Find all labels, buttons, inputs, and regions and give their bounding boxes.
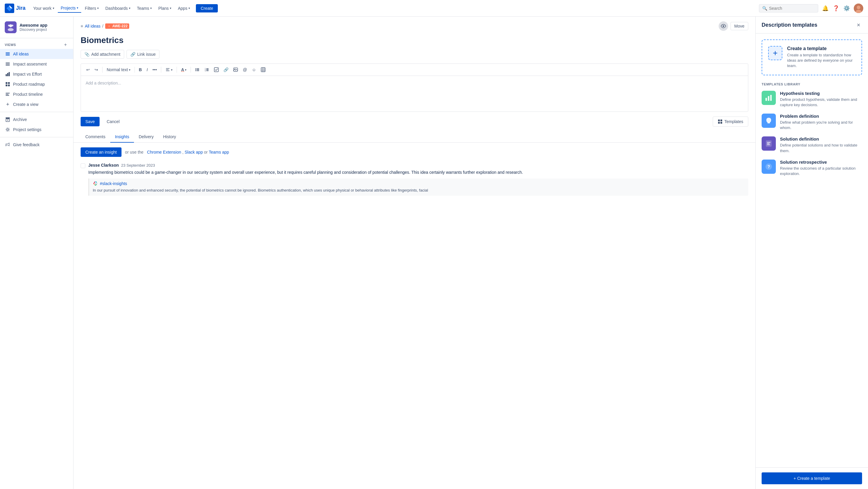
svg-rect-55 [718, 119, 720, 121]
sidebar-item-project-settings[interactable]: Project settings [0, 124, 73, 135]
nav-your-work[interactable]: Your work ▾ [30, 4, 57, 12]
save-button[interactable]: Save [81, 117, 100, 126]
eye-button[interactable] [719, 21, 728, 31]
add-attachment-button[interactable]: 📎 Add attachment [81, 50, 124, 59]
close-button[interactable]: × [855, 21, 862, 28]
image-button[interactable] [231, 66, 240, 73]
svg-point-8 [11, 25, 13, 26]
notifications-icon[interactable]: 🔔 [822, 5, 829, 12]
logo-text: Jira [16, 5, 26, 11]
sidebar-item-give-feedback[interactable]: Give feedback [0, 140, 73, 150]
chrome-extension-link[interactable]: Chrome Extension [147, 150, 181, 154]
font-color-button[interactable]: A ▾ [179, 66, 188, 73]
toolbar-separator [177, 67, 177, 73]
grid-icon [5, 81, 11, 87]
svg-rect-47 [214, 67, 218, 72]
template-solution-retrospective[interactable]: ? Solution retrospective Review the outc… [762, 160, 862, 176]
nav-plans[interactable]: Plans ▾ [155, 4, 174, 12]
tab-history[interactable]: History [159, 132, 181, 143]
sidebar-item-label: Give feedback [13, 142, 40, 147]
main-content: ≡ All ideas / ! AWE-222 Move [73, 17, 755, 489]
sidebar-item-all-ideas[interactable]: All ideas [0, 49, 73, 59]
chart-icon [5, 71, 11, 77]
align-button[interactable]: ▾ [163, 66, 174, 73]
description-body[interactable]: Add a description... [81, 76, 748, 112]
svg-rect-44 [206, 69, 209, 70]
slack-channel-link[interactable]: #slack-insights [100, 181, 127, 186]
logo[interactable]: Jira [5, 4, 26, 13]
nav-dashboards[interactable]: Dashboards ▾ [102, 4, 133, 12]
bold-button[interactable]: B [137, 66, 144, 73]
svg-rect-20 [6, 85, 7, 86]
emoji-button[interactable]: ☺ [250, 66, 258, 73]
breadcrumb-actions: Move [719, 21, 748, 31]
sidebar-item-archive[interactable]: Archive [0, 114, 73, 124]
move-button[interactable]: Move [731, 22, 748, 30]
settings-icon [5, 126, 11, 133]
nav-apps[interactable]: Apps ▾ [175, 4, 193, 12]
avatar[interactable] [854, 4, 863, 13]
table-button[interactable] [259, 66, 267, 73]
numbered-list-button[interactable]: 1. 2. 3. [203, 66, 211, 73]
nav-filters[interactable]: Filters ▾ [82, 4, 102, 12]
search-input[interactable] [769, 6, 815, 11]
create-insight-button[interactable]: Create an insight [81, 147, 122, 157]
timeline-icon [5, 91, 11, 97]
template-description: Review the outcomes of a particular solu… [780, 166, 862, 176]
help-icon[interactable]: ❓ [832, 5, 840, 12]
undo-button[interactable]: ↩ [85, 66, 92, 73]
nav-teams[interactable]: Teams ▾ [134, 4, 155, 12]
template-problem-definition[interactable]: Problem definition Define what problem y… [762, 114, 862, 131]
archive-icon [5, 117, 11, 122]
sidebar-item-create-view[interactable]: + Create a view [0, 99, 73, 109]
list-icon [5, 51, 11, 57]
nav-projects[interactable]: Projects ▾ [58, 4, 82, 13]
sidebar-item-impact-vs-effort[interactable]: Impact vs Effort [0, 69, 73, 79]
mention-button[interactable]: @ [241, 66, 249, 73]
template-hypothesis-testing[interactable]: Hypothesis testing Define product hypoth… [762, 91, 862, 108]
comment-checkbox[interactable] [81, 164, 85, 168]
text-style-dropdown[interactable]: Normal text ▾ [105, 66, 132, 73]
tab-comments[interactable]: Comments [81, 132, 110, 143]
template-solution-definition[interactable]: Solution definition Define potential sol… [762, 136, 862, 153]
chevron-down-icon: ▾ [129, 6, 130, 10]
add-view-button[interactable]: + [63, 42, 68, 48]
redo-button[interactable]: ↪ [93, 66, 100, 73]
create-button[interactable]: Create [196, 4, 218, 12]
sidebar-item-label: Impact vs Effort [13, 72, 42, 77]
svg-point-39 [195, 70, 196, 71]
italic-button[interactable]: I [145, 66, 150, 73]
chevron-down-icon: ▾ [171, 68, 173, 71]
breadcrumb-all-ideas[interactable]: All ideas [85, 24, 100, 28]
sidebar-item-product-timeline[interactable]: Product timeline [0, 89, 73, 99]
teams-app-link[interactable]: Teams app [209, 150, 229, 154]
nav-items: Your work ▾ Projects ▾ Filters ▾ Dashboa… [30, 4, 759, 13]
topnav-right: 🔍 🔔 ❓ ⚙️ [759, 4, 863, 13]
right-panel-body: + Create a template Create a template to… [756, 33, 868, 467]
sidebar-item-product-roadmap[interactable]: Product roadmap [0, 79, 73, 89]
tab-delivery[interactable]: Delivery [134, 132, 159, 143]
settings-icon[interactable]: ⚙️ [843, 5, 850, 12]
solution-definition-icon [762, 136, 776, 151]
template-description: Define product hypothesis, validate them… [780, 97, 862, 108]
slack-app-link[interactable]: Slack app [185, 150, 203, 154]
svg-rect-10 [6, 54, 10, 54]
link-button[interactable]: 🔗 [222, 66, 230, 73]
plus-icon: + [5, 102, 11, 107]
checkbox-button[interactable] [212, 66, 220, 73]
link-issue-button[interactable]: 🔗 Link issue [127, 50, 159, 59]
hypothesis-testing-icon [762, 91, 776, 105]
chevron-down-icon: ▾ [170, 6, 171, 10]
more-options-button[interactable]: ••• [151, 66, 159, 73]
search-bar[interactable]: 🔍 [759, 4, 818, 12]
create-template-footer-button[interactable]: + Create a template [762, 472, 862, 484]
cancel-button[interactable]: Cancel [102, 117, 124, 126]
create-template-card[interactable]: + Create a template Create a template to… [762, 39, 862, 75]
template-item-info: Solution retrospective Review the outcom… [780, 160, 862, 176]
breadcrumb-separator: / [102, 24, 103, 28]
templates-button[interactable]: Templates [713, 117, 748, 126]
tab-insights[interactable]: Insights [110, 132, 134, 143]
sidebar-item-impact-assesment[interactable]: Impact assesment [0, 59, 73, 69]
template-title: Hypothesis testing [780, 91, 862, 96]
bullet-list-button[interactable] [193, 66, 202, 73]
